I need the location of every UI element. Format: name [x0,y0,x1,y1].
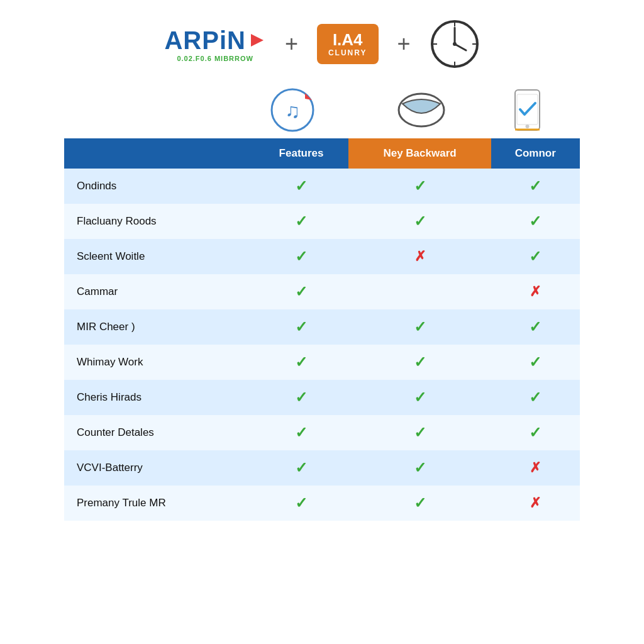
icon-cell-comnor [474,82,580,138]
feature-name-cell: VCVI-Batterry [64,450,254,486]
feature-name-cell: Whimay Work [64,345,254,380]
feature-name-cell: Counter Detales [64,415,254,450]
check-icon: ✓ [414,389,426,406]
svg-text:♫: ♫ [285,99,300,122]
cross-icon: ✗ [530,495,541,511]
clock-icon [430,19,480,69]
check-icon: ✓ [414,459,426,476]
arpin-text: ARPiN [164,26,245,55]
check-icon: ✓ [529,353,541,370]
table-row: Flacluany Roods✓✓✓ [64,204,580,239]
cross-icon: ✗ [530,284,541,299]
comnor-cell: ✗ [491,274,580,309]
check-icon: ✓ [529,389,541,406]
feature-name-cell: MIR Cheer ) [64,309,254,345]
check-icon: ✓ [295,494,308,511]
plus-sign-2: + [391,31,417,57]
features-check-cell: ✓ [254,204,349,239]
ney-cell: ✓ [348,486,491,521]
comnor-cell: ✗ [491,450,580,486]
features-check-cell: ✓ [254,450,349,486]
check-icon: ✓ [295,248,308,265]
table-row: Whimay Work✓✓✓ [64,345,580,380]
check-icon: ✓ [414,213,426,230]
arpin-sub: 0.02.F0.6 MIBRROW [177,55,253,62]
features-check-cell: ✓ [254,309,349,345]
check-icon: ✓ [529,213,541,230]
table-body: Ondinds✓✓✓Flacluany Roods✓✓✓Scleent Woit… [64,169,580,521]
features-check-cell: ✓ [254,169,349,204]
check-icon: ✓ [295,459,308,476]
arpin-brand: ARPiN [164,26,265,55]
svg-point-4 [453,42,457,46]
comnor-cell: ✓ [491,415,580,450]
icon-cell-feature: ♫ [216,82,369,138]
table-row: VCVI-Batterry✓✓✗ [64,450,580,486]
ney-cell: ✗ [348,239,491,274]
ney-cell: ✓ [348,415,491,450]
table-row: Cheris Hirads✓✓✓ [64,380,580,415]
features-check-cell: ✓ [254,345,349,380]
check-icon: ✓ [295,353,308,370]
plus-sign-1: + [279,31,304,57]
ia4-sub-text: CLUNRY [328,49,367,57]
check-icon: ✓ [295,177,308,194]
check-icon: ✓ [414,318,426,335]
icon-cell-ney [369,82,474,138]
col-header-comnor: Comnor [491,138,580,169]
table-row: Scleent Woitle✓✗✓ [64,239,580,274]
feature-name-cell: Cheris Hirads [64,380,254,415]
comparison-table: Features Ney Backward Comnor Ondinds✓✓✓F… [64,138,580,521]
features-check-cell: ✓ [254,239,349,274]
music-icon: ♫ [270,88,314,132]
check-icon: ✓ [529,318,541,335]
col-header-ney: Ney Backward [348,138,491,169]
icon-spacer [64,82,216,138]
feature-name-cell: Scleent Woitle [64,239,254,274]
check-icon: ✓ [529,248,541,265]
check-icon: ✓ [295,424,308,441]
table-row: MIR Cheer )✓✓✓ [64,309,580,345]
features-check-cell: ✓ [254,486,349,521]
ney-cell: ✓ [348,345,491,380]
feature-name-cell: Cammar [64,274,254,309]
check-icon: ✓ [295,389,308,406]
ney-cell: ✓ [348,204,491,239]
ia4-logo: I.A4 CLUNRY [317,24,379,64]
comnor-cell: ✗ [491,486,580,521]
header-logos: ARPiN 0.02.F0.6 MIBRROW + I.A4 CLUNRY + [64,19,580,69]
ney-cell: ✓ [348,380,491,415]
ney-cell: ✓ [348,309,491,345]
check-icon: ✓ [414,177,426,194]
table-row: Counter Detales✓✓✓ [64,415,580,450]
comnor-cell: ✓ [491,345,580,380]
comnor-cell: ✓ [491,309,580,345]
comnor-cell: ✓ [491,380,580,415]
col-header-feature-name [64,138,254,169]
feature-name-cell: Flacluany Roods [64,204,254,239]
table-row: Cammar✓✗ [64,274,580,309]
check-icon: ✓ [529,424,541,441]
page-wrapper: ARPiN 0.02.F0.6 MIBRROW + I.A4 CLUNRY + [52,0,592,546]
ney-cell: ✓ [348,450,491,486]
comnor-cell: ✓ [491,204,580,239]
check-icon: ✓ [295,283,308,300]
svg-point-15 [525,125,529,128]
comnor-cell: ✓ [491,169,580,204]
check-icon: ✓ [529,177,541,194]
check-icon: ✓ [295,318,308,335]
table-row: Premany Trule MR✓✓✗ [64,486,580,521]
check-icon: ✓ [414,424,426,441]
icon-header-row: ♫ [64,82,580,138]
arpin-logo: ARPiN 0.02.F0.6 MIBRROW [164,26,265,62]
features-check-cell: ✓ [254,380,349,415]
features-check-cell: ✓ [254,274,349,309]
ney-icon [396,90,447,131]
svg-marker-0 [251,34,264,47]
ney-cell [348,274,491,309]
cross-icon: ✗ [530,460,541,475]
header-row: Features Ney Backward Comnor [64,138,580,169]
table-header: Features Ney Backward Comnor [64,138,580,169]
ney-cell: ✓ [348,169,491,204]
col-header-features: Features [254,138,349,169]
